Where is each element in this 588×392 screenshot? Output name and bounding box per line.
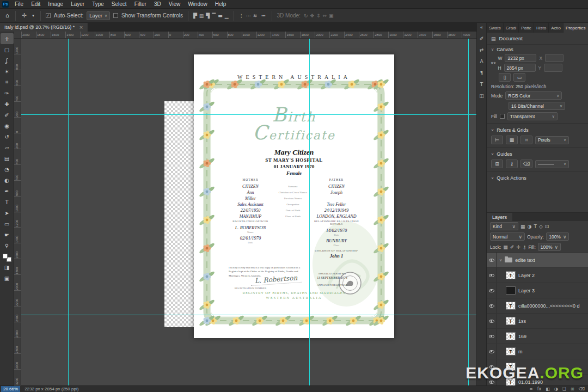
canvas-fill-dropdown[interactable]: Transparent ∨ <box>507 112 558 120</box>
visibility-toggle[interactable] <box>487 329 497 344</box>
orbit-3d-icon[interactable]: ↻ <box>304 13 308 19</box>
quick-actions-section-header[interactable]: ∨ Quick Actions <box>487 173 588 182</box>
lock-position-icon[interactable]: ✛ <box>516 244 520 250</box>
panel-tab-gradi[interactable]: Gradi <box>504 23 519 33</box>
menu-image[interactable]: Image <box>44 0 67 8</box>
slide-3d-icon[interactable]: ⇔ <box>323 13 327 19</box>
new-layer-icon[interactable]: ⊞ <box>571 387 574 391</box>
lock-all-icon[interactable]: ⚷ <box>523 244 526 250</box>
blend-mode-dropdown[interactable]: Normal ∨ <box>490 232 525 241</box>
screen-mode-icon[interactable]: ▣ <box>1 273 14 284</box>
layer-row[interactable]: ∨edite text <box>487 253 588 268</box>
visibility-toggle[interactable] <box>487 283 497 298</box>
chevron-down-icon[interactable]: ▾ <box>31 14 35 18</box>
menu-layer[interactable]: Layer <box>67 0 88 8</box>
visibility-toggle[interactable] <box>487 314 497 328</box>
align-middle-icon[interactable]: ▬ <box>218 13 223 19</box>
eraser-tool[interactable]: ▱ <box>1 142 14 153</box>
healing-brush-tool[interactable]: ✚ <box>1 99 14 109</box>
pen-tool[interactable]: ✒ <box>1 186 14 197</box>
layer-row[interactable]: T169 <box>487 329 588 344</box>
distribute-horizontal-icon[interactable]: ⋮ <box>239 13 244 19</box>
clone-stamp-tool[interactable]: ◉ <box>1 120 14 131</box>
collapse-panels-icon[interactable]: « <box>480 24 483 30</box>
type-panel-icon[interactable]: T <box>480 82 483 87</box>
canvas-area[interactable]: WESTERN AUSTRALIA Birth Certificate Mary… <box>21 39 476 385</box>
hand-tool[interactable]: ☛ <box>1 229 14 240</box>
rectangle-tool[interactable]: ▭ <box>1 218 14 229</box>
link-dimensions-icon[interactable]: ⚯ <box>491 60 495 66</box>
panel-tab-patte[interactable]: Patte <box>519 23 534 33</box>
new-group-icon[interactable]: ❏ <box>562 387 566 391</box>
filter-smart-objects-icon[interactable]: ⊡ <box>545 224 549 229</box>
menu-file[interactable]: File <box>11 0 27 8</box>
width-field[interactable]: 2232 px <box>505 54 536 62</box>
layer-row[interactable]: Tcilla0000000...<<<<<<<<0 d <box>487 298 588 314</box>
visibility-toggle[interactable] <box>487 375 497 385</box>
toggle-rulers-button[interactable]: ⊢ <box>491 136 503 144</box>
blur-tool[interactable]: ◔ <box>1 164 14 175</box>
expand-caret-icon[interactable]: ∨ <box>499 258 502 262</box>
quick-mask-icon[interactable]: ◨ <box>1 262 14 273</box>
guide-horizontal[interactable] <box>21 315 476 315</box>
move-tool[interactable]: ✛ <box>1 33 14 44</box>
lasso-tool[interactable]: ʆ <box>1 55 14 66</box>
home-3d-icon[interactable]: ▣ <box>329 13 334 19</box>
foreground-color-chip[interactable] <box>3 254 8 259</box>
menu-filter[interactable]: Filter <box>131 0 150 8</box>
brush-tool[interactable]: ✐ <box>1 109 14 120</box>
home-icon[interactable]: ⌂ <box>4 12 10 19</box>
layer-effects-icon[interactable]: fx <box>537 387 542 391</box>
rectangular-marquee-tool[interactable]: ▢ <box>1 44 14 55</box>
guide-vertical[interactable] <box>68 39 69 385</box>
orientation-portrait-button[interactable]: ▯ <box>499 73 511 82</box>
opacity-dropdown[interactable]: 100% ∨ <box>546 232 569 241</box>
layer-row[interactable]: Tm <box>487 344 588 359</box>
layer-row[interactable]: T1ss <box>487 314 588 329</box>
adjustment-layer-icon[interactable]: ◑ <box>554 387 558 391</box>
layer-row[interactable]: T01.01.1990 <box>487 375 588 385</box>
visibility-toggle[interactable] <box>487 359 497 374</box>
show-transform-checkbox[interactable] <box>113 13 118 18</box>
menu-select[interactable]: Select <box>108 0 131 8</box>
dolly-3d-icon[interactable]: ⇕ <box>316 13 321 19</box>
lock-guides-button[interactable]: ⚷ <box>506 160 518 168</box>
more-options-icon[interactable]: ••• <box>260 14 266 17</box>
guide-style-dropdown[interactable]: ∨ <box>535 160 569 168</box>
guides-section-header[interactable]: ∨ Guides <box>487 149 588 158</box>
horizontal-ruler[interactable]: 2000180016001400120010008006004002000200… <box>14 32 476 39</box>
zoom-level[interactable]: 20.66% <box>1 386 20 392</box>
move-tool-preset-icon[interactable]: ✛ <box>21 12 28 19</box>
guide-vertical[interactable] <box>309 39 310 385</box>
guide-horizontal[interactable] <box>21 114 476 115</box>
path-selection-tool[interactable]: ➤ <box>1 207 14 218</box>
ruler-units-dropdown[interactable]: Pixels ∨ <box>535 136 569 144</box>
auto-select-dropdown[interactable]: Layer ∨ <box>87 11 110 20</box>
gradient-tool[interactable]: ▤ <box>1 153 14 164</box>
eyedropper-tool[interactable]: ✑ <box>1 88 14 99</box>
filter-adjustment-layers-icon[interactable]: ◑ <box>528 224 532 229</box>
crop-tool[interactable]: ⌗ <box>1 77 14 88</box>
tab-layers[interactable]: Layers <box>487 213 512 221</box>
swap-panels-icon[interactable]: ⇄ <box>480 47 484 53</box>
color-swatches[interactable] <box>3 254 11 262</box>
distribute-vertical-icon[interactable]: ⋯ <box>246 13 251 19</box>
toggle-snap-button[interactable]: ⌗ <box>520 136 532 144</box>
height-field[interactable]: 2854 px <box>504 64 536 72</box>
vertical-ruler[interactable]: 1000800600400200020040060080010001200140… <box>14 39 21 385</box>
menu-view[interactable]: View <box>165 0 185 8</box>
new-guide-button[interactable]: ⊞ <box>491 160 503 168</box>
close-icon[interactable]: × <box>79 24 83 30</box>
document-tab[interactable]: Italy id.psd @ 20.7% (RGB/16) * × <box>0 23 88 32</box>
menu-3d[interactable]: 3D <box>150 0 165 8</box>
align-top-icon[interactable]: ▔ <box>212 13 216 19</box>
menu-help[interactable]: Help <box>211 0 230 8</box>
ruler-origin-corner[interactable] <box>14 32 21 38</box>
pan-3d-icon[interactable]: ✥ <box>310 13 314 19</box>
visibility-toggle[interactable] <box>487 298 497 313</box>
align-bottom-icon[interactable]: ▁ <box>225 13 229 19</box>
filter-shape-layers-icon[interactable]: ◇ <box>539 224 543 229</box>
type-tool[interactable]: T <box>1 197 14 207</box>
auto-select-checkbox[interactable]: ✓ <box>46 13 51 18</box>
guide-vertical[interactable] <box>468 39 469 385</box>
